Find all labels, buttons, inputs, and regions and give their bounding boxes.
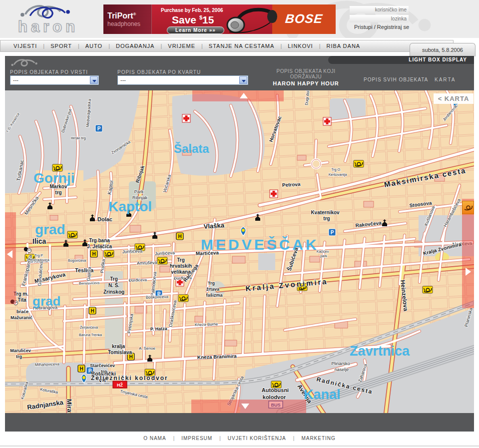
district-filter-select[interactable]: --- xyxy=(117,75,248,85)
map-street-label: velikana xyxy=(171,269,191,275)
map-street-label: trg xyxy=(16,354,22,359)
arrow-down-icon xyxy=(241,404,249,409)
haron-logo-swirl-icon xyxy=(15,1,85,20)
posthorn-marker-icon[interactable] xyxy=(462,201,474,214)
map-district-label: Kaptol xyxy=(108,199,152,214)
headphones-image xyxy=(222,4,282,34)
map-street-label: Preradovića xyxy=(30,258,49,262)
username-input[interactable] xyxy=(350,6,409,13)
chevron-down-icon[interactable] xyxy=(239,76,247,84)
ad-product-panel: TriPort® headphones xyxy=(103,4,152,34)
login-register-link[interactable]: Pristupi / Registriraj se xyxy=(350,24,414,30)
map-district-label: grad xyxy=(32,294,60,309)
map-back-button[interactable]: < KARTA xyxy=(434,93,474,104)
pan-right-control[interactable] xyxy=(462,199,474,308)
haron-logo[interactable]: haron xyxy=(15,1,100,37)
map-street-label: žrtava xyxy=(206,287,220,292)
map-street-label: kralja xyxy=(112,344,125,349)
footer-separator: | xyxy=(293,436,295,441)
nav-item-stanje-na-cestama[interactable]: STANJE NA CESTAMA xyxy=(203,43,281,49)
map-toolbar: LIGHT BOX DISPLAY POPIS OBJEKATA PO VRST… xyxy=(5,56,474,90)
map-street-label: braće xyxy=(16,309,28,314)
nav-item-vrijeme[interactable]: VRIJEME xyxy=(162,43,201,49)
nav-item-auto[interactable]: AUTO xyxy=(79,43,108,49)
map-street-label: Kvaternikov xyxy=(311,210,340,215)
haron-logo-text: haron xyxy=(18,18,78,36)
map-street-label: Zrinskog xyxy=(103,289,124,295)
map-street-label: Vlaška xyxy=(203,221,225,230)
map-street-label: naselje xyxy=(335,367,349,372)
map-street-label: Bogovićeva xyxy=(68,259,86,263)
footer-link-marketing[interactable]: MARKETING xyxy=(301,436,335,441)
happy-hour-link[interactable]: POPIS OBJEKATA KOJI ODRŽAVAJU HARON HAPP… xyxy=(265,68,347,86)
chevron-down-icon[interactable] xyxy=(90,76,98,84)
password-input[interactable] xyxy=(350,15,409,22)
map-street-label: J. Jelačića xyxy=(87,244,112,249)
all-objects-link[interactable]: POPIS SVIH OBJEKATA xyxy=(364,77,428,82)
map-icon-posthorn xyxy=(157,257,167,264)
map-street-label: Boškovićeva xyxy=(146,294,169,300)
map-icon-posthorn xyxy=(423,286,433,293)
footer-link-impresum[interactable]: IMPRESUM xyxy=(181,436,212,441)
map-street-label: Kneza Borne xyxy=(195,322,218,327)
map-street-label: Ilirski trg xyxy=(71,136,86,140)
map-street-label: Trg O. xyxy=(331,168,341,172)
map-icon-parking xyxy=(329,229,336,236)
type-filter-value: --- xyxy=(13,77,18,83)
map-icon-hotel xyxy=(176,233,183,240)
map-street-label: Gajeva xyxy=(86,267,92,281)
lightbox-display-bar[interactable]: LIGHT BOX DISPLAY xyxy=(328,56,474,64)
map-street-label: Tita xyxy=(17,297,26,303)
map-street-label: Tomislava xyxy=(108,350,132,355)
map-street-label: Đorđićeva xyxy=(129,278,147,283)
ad-learn-more-button[interactable]: Learn More »» xyxy=(167,26,224,34)
city-map[interactable]: H P xyxy=(5,90,474,413)
map-street-label: trg xyxy=(101,369,107,374)
map-icon-posthorn xyxy=(354,160,364,167)
map-street-label: Keršovanija xyxy=(329,173,347,177)
type-filter-select[interactable]: --- xyxy=(10,75,99,85)
map-street-label: Trg xyxy=(208,281,215,286)
map-street-label: Petrova xyxy=(282,181,301,188)
ad-banner[interactable]: TriPort® headphones Purchase by Feb. 25,… xyxy=(103,4,336,34)
map-district-label: Šalata xyxy=(174,142,209,155)
ad-product-sub: headphones xyxy=(107,20,151,27)
pan-left-control[interactable] xyxy=(5,212,16,304)
nav-item-doga-anja[interactable]: DOGAĐANJA xyxy=(110,43,160,49)
bottom-divider xyxy=(0,446,479,447)
nav-item-sport[interactable]: SPORT xyxy=(44,43,78,49)
map-street-label: Trg P. xyxy=(34,254,43,258)
map-street-label: P. Hatza xyxy=(150,326,168,332)
date-tab: subota, 5.8.2006 xyxy=(410,43,476,56)
nav-item-linkovi[interactable]: LINKOVI xyxy=(282,43,319,49)
map-street-label: fašizma xyxy=(206,293,223,298)
pan-up-control[interactable] xyxy=(192,90,284,101)
footer-separator: | xyxy=(219,436,221,441)
arrow-left-icon xyxy=(7,250,12,258)
footer-link-o-nama[interactable]: O NAMA xyxy=(143,436,166,441)
map-icon-hotel xyxy=(78,365,85,372)
karta-link[interactable]: KARTA xyxy=(435,77,456,82)
map-street-label: trg xyxy=(323,216,330,221)
map-street-label: Dolac xyxy=(97,216,112,222)
map-street-label: park xyxy=(320,254,327,258)
map-street-label: Baruna Trenka xyxy=(79,333,102,337)
ad-purchase-text: Purchase by Feb. 25, 2006 xyxy=(161,7,223,13)
bottom-bar xyxy=(5,413,474,432)
map-street-label: Park xyxy=(134,189,144,194)
map-image[interactable]: H P xyxy=(5,90,474,413)
map-street-label: Autobusni xyxy=(262,387,289,393)
pan-down-control[interactable] xyxy=(191,400,306,413)
map-street-label: Trg xyxy=(177,257,185,263)
nav-item-riba-dana[interactable]: RIBA DANA xyxy=(321,43,367,49)
type-filter-label: POPIS OBJEKATA PO VRSTI xyxy=(10,69,88,75)
map-icon-redcross xyxy=(182,114,190,122)
map-street-label: Žerjavićeva xyxy=(80,325,98,330)
footer-link-uvjeti-kori-tenja[interactable]: UVJETI KORIŠTENJA xyxy=(228,436,286,441)
nav-item-vijesti[interactable]: VIJESTI xyxy=(7,43,43,49)
svg-text:HŽ: HŽ xyxy=(117,382,123,388)
map-street-label: Plinarsko xyxy=(331,361,350,366)
map-hz-badge: HŽ xyxy=(113,381,127,388)
map-street-label: Amruševa xyxy=(137,260,157,266)
happy-hour-line1: POPIS OBJEKATA KOJI ODRŽAVAJU xyxy=(265,68,347,79)
